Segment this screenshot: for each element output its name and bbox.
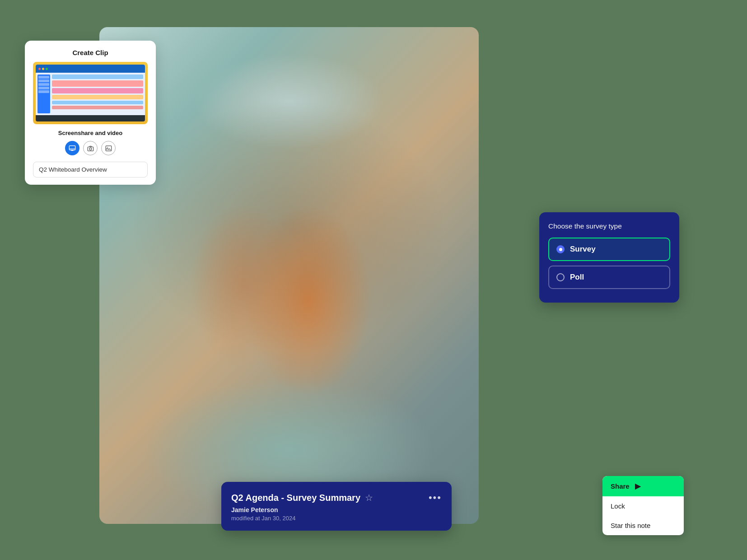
screenshare-icon-btn[interactable] — [65, 141, 79, 155]
context-menu-lock[interactable]: Lock — [602, 496, 684, 516]
screenshot-bottom-bar — [36, 115, 145, 121]
survey-option-survey-label: Survey — [570, 245, 596, 254]
dot-red — [38, 68, 41, 70]
radio-poll-empty — [556, 273, 565, 281]
note-card-header: Q2 Agenda - Survey Summary ☆ ••• — [231, 492, 442, 504]
background-photo — [99, 27, 479, 524]
context-menu-star-note[interactable]: Star this note — [602, 516, 684, 535]
context-menu: Share ▶ Lock Star this note — [602, 476, 684, 535]
clip-name-input[interactable] — [33, 162, 148, 177]
context-menu-share[interactable]: Share ▶ — [602, 476, 684, 496]
star-icon[interactable]: ☆ — [365, 492, 373, 503]
note-card-date: modified at Jan 30, 2024 — [231, 515, 442, 522]
create-clip-title: Create Clip — [33, 49, 148, 56]
create-clip-card: Create Clip — [25, 41, 156, 185]
camera-icon-btn[interactable] — [83, 141, 98, 155]
survey-option-poll-label: Poll — [570, 273, 584, 282]
survey-option-survey[interactable]: Survey — [548, 238, 670, 261]
dot-yellow — [42, 68, 44, 70]
lock-label: Lock — [611, 502, 625, 510]
more-options-icon[interactable]: ••• — [429, 492, 442, 504]
cursor-arrow-icon: ▶ — [635, 482, 640, 490]
radio-survey-filled — [556, 245, 565, 253]
dot-green — [46, 68, 48, 70]
screenshot-preview — [33, 62, 148, 124]
svg-point-2 — [89, 148, 92, 150]
svg-rect-0 — [69, 146, 75, 150]
note-title-row: Q2 Agenda - Survey Summary ☆ — [231, 492, 373, 503]
note-card: Q2 Agenda - Survey Summary ☆ ••• Jamie P… — [221, 482, 452, 531]
screenshot-sidebar — [37, 75, 50, 113]
image-icon-btn[interactable] — [101, 141, 116, 155]
star-note-label: Star this note — [611, 522, 650, 529]
svg-point-4 — [107, 147, 108, 148]
share-label: Share — [611, 482, 630, 490]
screenshot-main — [52, 75, 143, 113]
survey-option-poll[interactable]: Poll — [548, 266, 670, 289]
screenshare-icons-row — [33, 141, 148, 155]
screenshare-label: Screenshare and video — [33, 130, 148, 136]
note-card-author: Jamie Peterson — [231, 506, 442, 513]
survey-card-title: Choose the survey type — [548, 222, 670, 230]
svg-rect-3 — [106, 145, 112, 150]
survey-card: Choose the survey type Survey Poll — [539, 212, 679, 303]
note-card-title: Q2 Agenda - Survey Summary — [231, 493, 360, 503]
